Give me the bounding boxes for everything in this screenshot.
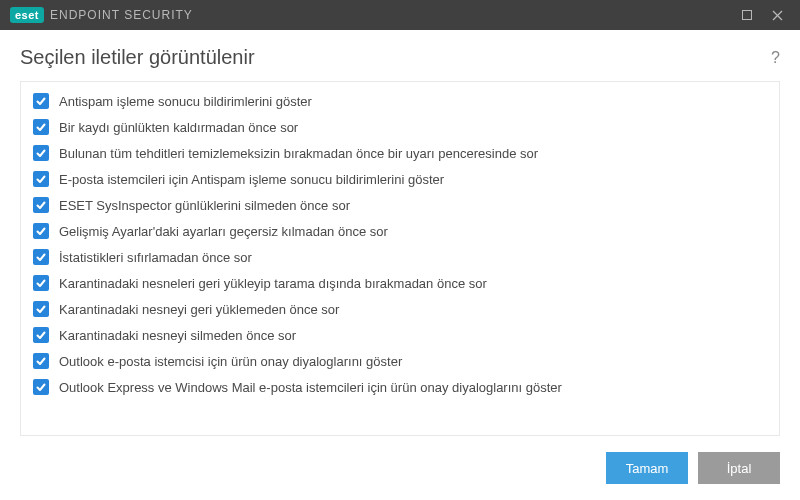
list-item-label: Bulunan tüm tehditleri temizlemeksizin b… [59,146,538,161]
check-icon [35,251,47,263]
brand-logo: eset ENDPOINT SECURITY [10,7,193,23]
close-icon [772,10,783,21]
list-item: İstatistikleri sıfırlamadan önce sor [21,244,779,270]
checkbox[interactable] [33,197,49,213]
maximize-icon [742,10,752,20]
checkbox[interactable] [33,301,49,317]
checkbox[interactable] [33,275,49,291]
checkbox[interactable] [33,249,49,265]
list-item: Antispam işleme sonucu bildirimlerini gö… [21,88,779,114]
check-icon [35,329,47,341]
checkbox[interactable] [33,93,49,109]
list-item: E-posta istemcileri için Antispam işleme… [21,166,779,192]
dialog-title: Seçilen iletiler görüntülenir [20,46,771,69]
maximize-button[interactable] [732,0,762,30]
check-icon [35,277,47,289]
checkbox[interactable] [33,353,49,369]
brand-badge: eset [10,7,44,23]
check-icon [35,147,47,159]
list-item: Outlook e-posta istemcisi için ürün onay… [21,348,779,374]
check-icon [35,355,47,367]
brand-product: ENDPOINT SECURITY [50,8,193,22]
checkbox[interactable] [33,171,49,187]
list-item: ESET SysInspector günlüklerini silmeden … [21,192,779,218]
list-item: Bir kaydı günlükten kaldırmadan önce sor [21,114,779,140]
list-item-label: Karantinadaki nesneleri geri yükleyip ta… [59,276,487,291]
check-icon [35,199,47,211]
checkbox[interactable] [33,223,49,239]
list-item-label: Antispam işleme sonucu bildirimlerini gö… [59,94,312,109]
check-icon [35,303,47,315]
list-item-label: İstatistikleri sıfırlamadan önce sor [59,250,252,265]
ok-button[interactable]: Tamam [606,452,688,484]
list-item-label: Outlook Express ve Windows Mail e-posta … [59,380,562,395]
list-item-label: Bir kaydı günlükten kaldırmadan önce sor [59,120,298,135]
checkbox[interactable] [33,379,49,395]
checkbox[interactable] [33,327,49,343]
list-item: Karantinadaki nesneyi silmeden önce sor [21,322,779,348]
list-item-label: E-posta istemcileri için Antispam işleme… [59,172,444,187]
close-button[interactable] [762,0,792,30]
check-icon [35,225,47,237]
list-item: Outlook Express ve Windows Mail e-posta … [21,374,779,400]
help-button[interactable]: ? [771,49,780,67]
check-icon [35,121,47,133]
list-item-label: Outlook e-posta istemcisi için ürün onay… [59,354,402,369]
list-item: Gelişmiş Ayarlar'daki ayarları geçersiz … [21,218,779,244]
titlebar: eset ENDPOINT SECURITY [0,0,800,30]
list-item-label: Karantinadaki nesneyi geri yüklemeden ön… [59,302,339,317]
checkbox[interactable] [33,119,49,135]
check-icon [35,95,47,107]
list-item-label: Gelişmiş Ayarlar'daki ayarları geçersiz … [59,224,388,239]
list-item-label: ESET SysInspector günlüklerini silmeden … [59,198,350,213]
messages-list[interactable]: Antispam işleme sonucu bildirimlerini gö… [20,81,780,436]
list-item: Bulunan tüm tehditleri temizlemeksizin b… [21,140,779,166]
cancel-button[interactable]: İptal [698,452,780,484]
list-item: Karantinadaki nesneleri geri yükleyip ta… [21,270,779,296]
list-item: Karantinadaki nesneyi geri yüklemeden ön… [21,296,779,322]
check-icon [35,381,47,393]
dialog-header: Seçilen iletiler görüntülenir ? [0,30,800,81]
dialog-footer: Tamam İptal [0,436,800,500]
svg-rect-0 [743,11,752,20]
list-item-label: Karantinadaki nesneyi silmeden önce sor [59,328,296,343]
check-icon [35,173,47,185]
checkbox[interactable] [33,145,49,161]
